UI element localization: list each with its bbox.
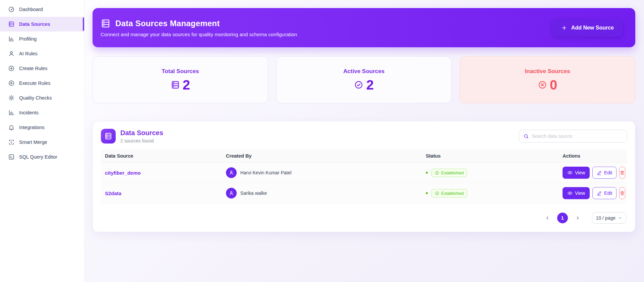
sidebar-item-label: Smart Merge: [19, 139, 47, 145]
data-sources-table: Data Source Created By Status Actions ci…: [101, 150, 627, 204]
stat-label: Active Sources: [343, 68, 385, 75]
x-circle-icon: [538, 80, 547, 90]
status-dot: [426, 192, 428, 194]
plus-circle-icon: [8, 65, 15, 72]
search-icon: [523, 133, 529, 139]
pagination: 1 10 / page: [101, 212, 627, 224]
view-label: View: [575, 170, 585, 175]
source-name-link[interactable]: S2data: [105, 190, 121, 196]
sidebar-item-incidents[interactable]: Incidents: [0, 105, 84, 120]
trash-icon: [620, 190, 625, 196]
status-label: Established: [441, 170, 464, 175]
column-header-actions: Actions: [559, 150, 627, 163]
next-page-button[interactable]: [573, 214, 582, 222]
previous-page-button[interactable]: [543, 214, 552, 222]
play-circle-icon: [8, 80, 15, 87]
sidebar-item-label: Execute Rules: [19, 80, 51, 86]
add-new-source-button[interactable]: Add New Source: [552, 19, 623, 37]
created-by-name: Harvi Kevin Kumar Patel: [240, 170, 292, 175]
page-size-select[interactable]: 10 / page: [592, 212, 626, 224]
sidebar-item-label: Integrations: [19, 125, 45, 130]
database-icon: [171, 80, 180, 90]
check-circle-icon: [354, 80, 363, 90]
sidebar-item-label: AI Rules: [19, 51, 38, 56]
sources-found-count: 2 sources found: [120, 138, 163, 144]
status-badge: Established: [431, 169, 467, 177]
chevron-down-icon: [618, 216, 622, 220]
sidebar-item-execute-rules[interactable]: Execute Rules: [0, 76, 84, 91]
sidebar-item-label: Profiling: [19, 36, 37, 42]
page-subtitle: Connect and manage your data sources for…: [101, 32, 297, 37]
search-box: [519, 130, 627, 143]
check-circle-icon: [435, 171, 439, 175]
trash-icon: [620, 170, 625, 175]
terminal-icon: [8, 154, 15, 160]
bell-icon: [8, 124, 15, 131]
stat-card-total-sources: Total Sources 2: [93, 56, 268, 103]
page-number-button[interactable]: 1: [557, 213, 568, 223]
edit-label: Edit: [604, 170, 612, 175]
sidebar-item-dashboard[interactable]: Dashboard: [0, 2, 84, 17]
card-icon-tile: [101, 129, 116, 144]
card-title: Data Sources: [120, 129, 163, 137]
column-header-data-source: Data Source: [101, 150, 222, 163]
stat-label: Inactive Sources: [525, 68, 570, 75]
sidebar-item-label: Incidents: [19, 110, 39, 115]
page-header-banner: Data Sources Management Connect and mana…: [93, 8, 635, 47]
edit-pen-icon: [597, 170, 602, 175]
bar-chart-icon: [8, 36, 15, 42]
chevron-right-icon: [575, 216, 580, 220]
banner-text: Data Sources Management Connect and mana…: [101, 18, 297, 37]
sidebar-item-integrations[interactable]: Integrations: [0, 120, 84, 135]
database-icon: [8, 21, 15, 27]
bar-chart-icon: [8, 109, 15, 116]
view-button[interactable]: View: [563, 187, 590, 199]
chevron-left-icon: [545, 216, 550, 220]
sidebar-item-label: Dashboard: [19, 7, 43, 12]
sidebar-item-label: SQL Query Editor: [19, 154, 57, 160]
stat-value: 2: [183, 78, 190, 92]
sidebar-item-create-rules[interactable]: Create Rules: [0, 61, 84, 76]
edit-button[interactable]: Edit: [592, 167, 617, 179]
sidebar-item-label: Quality Checks: [19, 95, 52, 101]
sidebar-item-ai-rules[interactable]: AI Rules: [0, 46, 84, 61]
plus-icon: [561, 25, 567, 31]
data-sources-card: Data Sources 2 sources found Data Source…: [93, 121, 635, 232]
status-label: Established: [441, 191, 464, 196]
sidebar-item-quality-checks[interactable]: Quality Checks: [0, 91, 84, 105]
edit-pen-icon: [597, 191, 602, 196]
user-icon: [229, 170, 234, 175]
search-input[interactable]: [532, 133, 623, 139]
view-button[interactable]: View: [563, 167, 590, 179]
view-label: View: [575, 190, 585, 196]
sidebar-item-sql-query-editor[interactable]: SQL Query Editor: [0, 150, 84, 164]
created-by-name: Sarika walke: [240, 190, 267, 196]
stats-row: Total Sources 2 Active Sources 2 Inactiv…: [93, 56, 635, 103]
sidebar-item-label: Create Rules: [19, 66, 48, 71]
database-icon: [104, 132, 112, 140]
user-icon: [8, 50, 15, 57]
edit-label: Edit: [604, 190, 612, 196]
sidebar-item-smart-merge[interactable]: Smart Merge: [0, 135, 84, 150]
source-name-link[interactable]: cityfiber_demo: [105, 170, 141, 176]
sidebar-item-data-sources[interactable]: Data Sources: [0, 17, 84, 32]
page-title: Data Sources Management: [115, 19, 220, 28]
stat-label: Total Sources: [162, 68, 199, 75]
database-icon: [101, 18, 111, 29]
stat-value: 0: [550, 78, 557, 92]
column-header-created-by: Created By: [222, 150, 422, 163]
add-new-source-label: Add New Source: [571, 25, 614, 31]
table-row: S2data Sarika walke: [101, 183, 627, 204]
delete-button[interactable]: [619, 187, 625, 199]
merge-icon: [8, 139, 15, 146]
edit-button[interactable]: Edit: [592, 187, 617, 199]
stat-card-inactive-sources: Inactive Sources 0: [460, 56, 635, 103]
sidebar-item-profiling[interactable]: Profiling: [0, 32, 84, 46]
eye-icon: [567, 170, 573, 175]
eye-icon: [567, 190, 573, 196]
status-badge: Established: [431, 189, 467, 198]
user-icon: [229, 190, 234, 196]
page-size-value: 10 / page: [596, 215, 616, 221]
avatar: [226, 188, 237, 199]
delete-button[interactable]: [619, 167, 625, 179]
